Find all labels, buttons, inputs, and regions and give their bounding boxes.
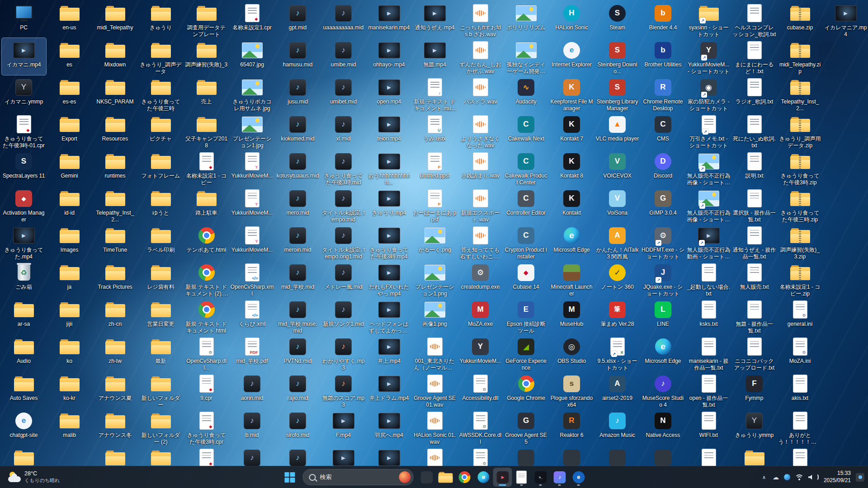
desktop-icon[interactable]: ポリリリリズム [504, 1, 548, 38]
desktop-icon[interactable]: アナウンス冬 [93, 408, 137, 446]
desktop-icon[interactable]: ♪mid_学校 muse.mid [276, 297, 320, 334]
desktop-icon[interactable]: J↗JQuake.exe - ショートカット [641, 260, 685, 297]
desktop-icon[interactable]: 最新 [139, 334, 183, 371]
desktop-icon[interactable]: ♪mero.mid [276, 186, 320, 223]
desktop-icon[interactable]: ◆9.cpr [184, 371, 229, 408]
desktop-icon[interactable]: sPlogue sforzando x64 [550, 371, 594, 408]
desktop-icon[interactable]: VVOICEVOX [595, 149, 640, 186]
desktop-icon[interactable]: SSteinberg Library Manager [595, 75, 640, 112]
desktop-icon[interactable]: Mixdown [93, 38, 137, 75]
weather-widget[interactable]: 28°C くもりのち晴れ [5, 466, 64, 488]
desktop-icon[interactable]: ♪umibet.mid [321, 75, 366, 112]
desktop-icon[interactable]: ▶通知うぜえ.mp4 [413, 1, 457, 38]
start-button[interactable] [280, 468, 299, 487]
desktop-icon[interactable]: ♪hamusu.mid [276, 38, 320, 75]
desktop-icon[interactable]: ▶イカレマニア.mp4 [824, 1, 868, 38]
desktop-icon[interactable]: 答え知ってても右ずしいわこれ.wav [458, 223, 503, 260]
desktop-icon[interactable]: ずんだもん_しおかぜふ.wav [458, 38, 503, 75]
desktop-icon[interactable]: RReaktor 6 [550, 408, 594, 446]
desktop-icon[interactable]: ↗万引きメモ.txt - ショートカット [687, 112, 731, 149]
desktop-icon[interactable]: CController Editor [504, 186, 548, 223]
desktop-icon[interactable]: bBlender 4.4 [641, 1, 685, 38]
desktop-icon[interactable]: ko-kr [47, 371, 92, 408]
desktop-icon[interactable]: ◉↗家の防犯カメラ - ショートカット [687, 75, 731, 112]
wifi-icon[interactable] [795, 474, 803, 480]
desktop-icon[interactable]: Track Pictures [93, 260, 137, 297]
desktop-icon[interactable]: 新規エクスポート.wav [458, 186, 503, 223]
desktop-icon[interactable]: Aかんたん！AITalk 3 関西風 [595, 223, 640, 260]
desktop-icon[interactable]: ♪新規ソング1.mid [321, 297, 366, 334]
desktop-icon[interactable]: zh-cn [93, 297, 137, 334]
desktop-icon[interactable]: ♪メドレー風.mid [321, 260, 366, 297]
desktop-icon[interactable]: ↗無人販売不正行為画像 - ショートカット [687, 186, 731, 223]
desktop-icon[interactable]: ▲VLC media player [595, 112, 640, 149]
desktop-icon[interactable]: ▶teion.mp4 [367, 112, 411, 149]
desktop-icon[interactable]: 新規 テキスト ドキュメント (2).html [184, 260, 229, 297]
desktop-icon[interactable]: cubase.zip [778, 1, 822, 38]
desktop-icon[interactable]: NKSC_PARAM [93, 75, 137, 112]
desktop-icon[interactable]: ♪わかりやすく.mp3 [321, 334, 366, 371]
desktop-icon[interactable]: ♪PVTNd.mid [276, 334, 320, 371]
desktop-icon[interactable]: ♪meroin.mid [276, 223, 320, 260]
desktop-icon[interactable]: TimeTune [93, 223, 137, 260]
desktop-icon[interactable]: Audio [2, 334, 46, 371]
desktop-icon[interactable]: YYukkuriMovieM... [230, 186, 274, 223]
desktop-icon[interactable]: ⚙createdump.exe [458, 260, 503, 297]
desktop-icon[interactable]: ▶井上ドラム.mp4 [367, 371, 411, 408]
desktop-icon[interactable]: KKontakt 8 [550, 149, 594, 186]
desktop-icon[interactable]: ♪Amazon Music [595, 408, 640, 446]
desktop-icon[interactable]: ピクチャ [139, 112, 183, 149]
desktop-icon[interactable]: ▶manisekarin.mp4 [367, 1, 411, 38]
desktop-icon[interactable]: Pおーぼーまにあ.ppsf [413, 186, 457, 223]
desktop-icon[interactable]: ▶無題.mp4 [413, 38, 457, 75]
desktop-icon[interactable]: ja [47, 260, 92, 297]
desktop-icon[interactable]: 新規 テキスト ドキュメント.html [184, 297, 229, 334]
desktop-icon[interactable]: jijii [47, 297, 92, 334]
desktop-icon[interactable]: ⚙OpenCvSharp.dll... [184, 334, 229, 371]
desktop-icon[interactable]: 死にたい_ぬ歌詞.txt [732, 112, 777, 149]
desktop-icon[interactable]: ▶だれもFXいれたやっ.mp4 [367, 260, 411, 297]
desktop-icon[interactable]: YYukkuriMovieM... [458, 334, 503, 371]
desktop-icon[interactable]: フォトフレーム [139, 149, 183, 186]
desktop-icon[interactable]: ニコニコバックアップロード.txt [732, 334, 777, 371]
desktop-icon[interactable]: 名称未設定1 - コピー.zip [778, 260, 822, 297]
desktop-icon[interactable]: ▶open.mp4 [367, 75, 411, 112]
desktop-icon[interactable]: かるーく.png [413, 223, 457, 260]
desktop-icon[interactable]: ◆名称未設定1.cpr [230, 1, 274, 38]
desktop-icon[interactable]: ♪MuseScore Studio 4 [641, 371, 685, 408]
desktop-icon[interactable]: ▶F.mp4 [321, 408, 366, 446]
desktop-icon[interactable]: es-es [47, 75, 92, 112]
desktop-icon[interactable]: PC [2, 1, 46, 38]
desktop-icon[interactable]: テンポあて.html [184, 223, 229, 260]
desktop-icon[interactable]: ↗無人販売不正行為画像 - ショートカット [687, 149, 731, 186]
desktop-icon[interactable]: SSteam [595, 1, 640, 38]
desktop-icon[interactable]: Yイカマニ.ymmp [2, 75, 46, 112]
desktop-icon[interactable]: SSpectraLayers 11 [2, 149, 46, 186]
desktop-icon[interactable]: まにまにわーるど！.txt [732, 38, 777, 75]
desktop-icon[interactable]: Groove Agent SE 01.wav [413, 371, 457, 408]
desktop-icon[interactable]: きゅうり食ってた午後3時.zip [778, 149, 822, 186]
desktop-icon[interactable]: HALion Sonic 01.wav [413, 408, 457, 446]
desktop-icon[interactable]: ▶おうhhhhhhhhhhh... [367, 149, 411, 186]
desktop-icon[interactable]: 調声練習(失敗)_3 [184, 38, 229, 75]
desktop-icon[interactable]: GGIMP 3.0.4 [641, 186, 685, 223]
desktop-icon[interactable]: 売上 [184, 75, 229, 112]
desktop-icon[interactable]: ヘルスコンプレッション_歌詞.txt [732, 1, 777, 38]
desktop-icon[interactable]: ♪タイトル未設定, tempo.mid [321, 186, 366, 223]
desktop-icon[interactable]: GGroove Agent SE 5 [504, 408, 548, 446]
desktop-icon[interactable]: きゅうり_調声データ [139, 38, 183, 75]
desktop-icon[interactable]: RChrome Remote Desktop [641, 75, 685, 112]
desktop-icon[interactable]: NNative Access [641, 408, 685, 446]
desktop-icon[interactable]: eMicrosoft Edge [641, 334, 685, 371]
notification-icon[interactable] [856, 473, 864, 482]
desktop-icon[interactable]: 無人販売.txt [732, 260, 777, 297]
desktop-icon[interactable]: CCakewalk Next [504, 112, 548, 149]
desktop-icon[interactable]: アナウンス夏 [93, 371, 137, 408]
desktop-icon[interactable]: ♪rajio.mid [276, 371, 320, 408]
desktop-icon[interactable]: 選択肢 - 親作品一覧.txt [732, 186, 777, 223]
desktop-icon[interactable]: ♪xl.mid [321, 112, 366, 149]
desktop-icon[interactable]: ▶きゅうり食ってた午後3時.mp4 [367, 223, 411, 260]
desktop-icon[interactable]: ▶ohhayo-.mp4 [367, 38, 411, 75]
desktop-icon[interactable]: ⚙↗HDDFMT.exe - ショートカット [641, 223, 685, 260]
desktop-icon[interactable]: KKeepforest File Manager [550, 75, 594, 112]
